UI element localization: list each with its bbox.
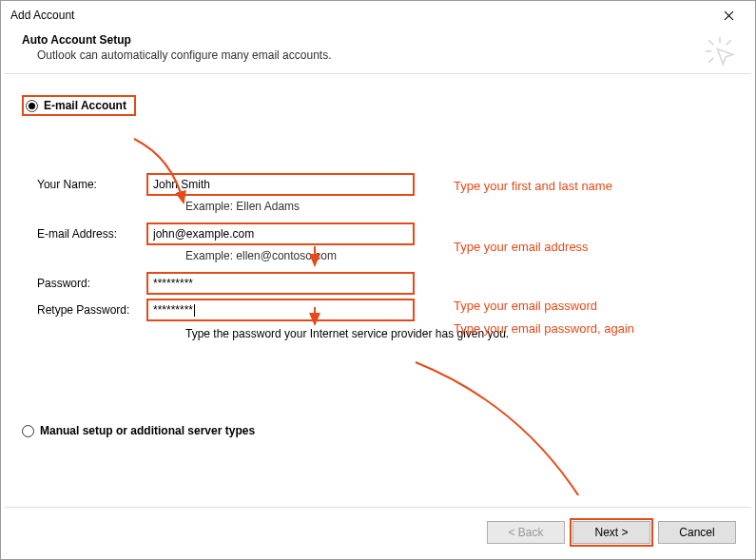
next-button[interactable]: Next >: [572, 521, 650, 544]
name-label: Your Name:: [37, 178, 147, 191]
hint-name: Type your first and last name: [454, 179, 612, 193]
dialog-buttons: < Back Next > Cancel: [487, 521, 736, 544]
name-example: Example: Ellen Adams: [185, 200, 722, 213]
name-input[interactable]: [147, 174, 414, 195]
header-subtitle: Outlook can automatically configure many…: [22, 48, 734, 62]
header-title: Auto Account Setup: [22, 33, 734, 47]
radio-icon: [26, 100, 38, 112]
add-account-dialog: Add Account Auto Account Setup Outlook c…: [0, 0, 756, 560]
retype-label: Retype Password:: [37, 303, 147, 317]
header: Auto Account Setup Outlook can automatic…: [1, 29, 755, 73]
radio-email-account-label: E-mail Account: [44, 99, 126, 112]
retype-input[interactable]: *********: [147, 299, 414, 320]
cancel-button[interactable]: Cancel: [658, 521, 736, 544]
radio-email-account[interactable]: E-mail Account: [22, 95, 136, 116]
svg-line-4: [708, 58, 713, 63]
radio-manual-setup[interactable]: Manual setup or additional server types: [22, 424, 255, 437]
dialog-body: E-mail Account Your Name: Example: Ellen…: [1, 74, 755, 491]
radio-icon: [22, 425, 34, 437]
titlebar: Add Account: [1, 1, 755, 29]
back-button: < Back: [487, 521, 565, 544]
account-form: Your Name: Example: Ellen Adams E-mail A…: [37, 173, 722, 340]
text-caret: [194, 304, 195, 317]
footer-divider: [5, 507, 751, 508]
password-label: Password:: [37, 277, 147, 290]
window-title: Add Account: [10, 9, 709, 22]
password-input[interactable]: [147, 273, 414, 294]
svg-line-3: [727, 40, 731, 45]
close-button[interactable]: [709, 2, 747, 29]
radio-manual-label: Manual setup or additional server types: [40, 424, 255, 437]
close-icon: [724, 10, 734, 21]
email-input[interactable]: [147, 223, 414, 244]
hint-password: Type your email password: [454, 299, 597, 313]
cursor-click-icon: [704, 35, 736, 68]
hint-retype: Type your email password, again: [454, 321, 634, 336]
svg-line-2: [708, 40, 713, 45]
email-label: E-mail Address:: [37, 227, 147, 241]
hint-email: Type your email address: [454, 240, 589, 254]
